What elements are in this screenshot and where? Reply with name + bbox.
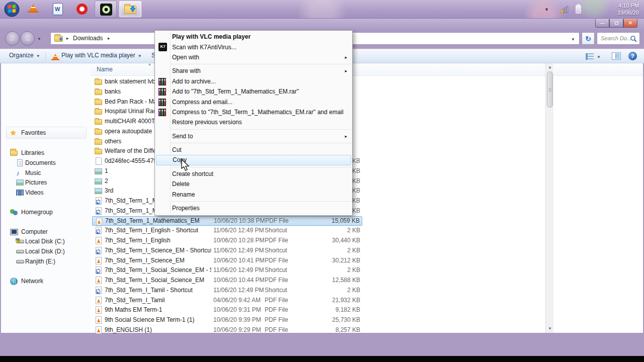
table-row[interactable]: 7th_Std_Term_I_Social_Science_EM - Sho..… [92, 265, 362, 276]
clock-time: 4:10 PM [617, 2, 639, 9]
search-placeholder: Search Do... [601, 35, 631, 41]
pdf-vlc-icon [95, 316, 103, 324]
menu-item-compress-email[interactable]: Compress and email... [155, 97, 352, 107]
sidebar-item-homegroup[interactable]: Homegroup [1, 207, 91, 217]
k7-icon [100, 4, 112, 16]
k7-taskbar-button[interactable] [95, 1, 117, 18]
shortcut-icon [95, 227, 103, 235]
battery-icon[interactable] [576, 5, 581, 14]
pictures-icon [16, 178, 24, 187]
start-button[interactable] [4, 2, 20, 17]
clock[interactable]: 4:10 PM 19/06/20 [617, 2, 639, 16]
vertical-scrollbar[interactable]: ▲ ▼ [545, 63, 553, 333]
menu-item-rename[interactable]: Rename [155, 189, 352, 199]
menu-item-share-with[interactable]: Share with▸ [155, 66, 352, 76]
restore-button[interactable] [609, 19, 623, 28]
menu-item-cut[interactable]: Cut [155, 145, 352, 155]
play-with-vlc-button[interactable]: Play with VLC media player▼ [61, 52, 142, 59]
navigation-pane: ★ Favorites Libraries Documents ♪ Music [1, 63, 91, 333]
breadcrumb-downloads[interactable]: Downloads [73, 35, 103, 42]
sidebar-item-favorites[interactable]: ★ Favorites [1, 128, 91, 138]
table-row[interactable]: 7th_Std_Term_I_English10/06/20 10:28 PMP… [92, 236, 362, 246]
sidebar-item-local-disk-d[interactable]: Local Disk (D:) [1, 246, 91, 256]
pdf-vlc-icon [95, 306, 103, 314]
tray-chevron-icon[interactable]: ▼ [544, 7, 549, 12]
caret-down-icon[interactable]: ▼ [597, 55, 601, 59]
opera-taskbar-icon[interactable] [76, 4, 88, 15]
restore-icon [615, 22, 618, 25]
sidebar-item-documents[interactable]: Documents [1, 158, 91, 168]
sidebar-item-libraries[interactable]: Libraries [1, 148, 91, 158]
menu-item-play-with-vlc[interactable]: Play with VLC media player [155, 32, 352, 42]
table-row[interactable]: 7th_Std_Term_I_English - Shortcut11/06/2… [92, 226, 362, 236]
breadcrumb-separator-icon[interactable]: ▸ [108, 36, 110, 41]
menu-item-properties[interactable]: Properties [155, 203, 352, 213]
winrar-icon [158, 88, 167, 96]
history-dropdown-icon[interactable]: ▼ [37, 37, 41, 41]
sidebar-item-videos[interactable]: Videos [1, 188, 91, 198]
column-header-name[interactable]: Name [97, 66, 113, 73]
caret-down-icon: ▼ [138, 54, 142, 58]
pdf-vlc-icon [95, 277, 103, 285]
table-row[interactable]: 9th_ENGLISH (1)10/06/20 9:29 PMPDF File8… [92, 325, 362, 335]
sidebar-item-computer[interactable]: Computer [1, 227, 91, 237]
context-menu: Play with VLC media player K7Scan with K… [154, 30, 353, 216]
menu-item-restore-previous[interactable]: Restore previous versions [155, 117, 352, 127]
folder-icon [95, 88, 103, 96]
table-row[interactable]: 7th_Std_Term_I_Tamil04/06/20 9:42 AMPDF … [92, 296, 362, 306]
scroll-up-icon[interactable]: ▲ [546, 63, 554, 71]
preview-pane-icon[interactable] [612, 52, 621, 60]
computer-icon [10, 228, 18, 236]
sidebar-item-pictures[interactable]: Pictures [1, 177, 91, 188]
help-icon[interactable]: ? [628, 52, 637, 60]
menu-separator [171, 167, 352, 167]
back-button[interactable]: ← [5, 31, 20, 46]
table-row-selected[interactable]: 7th_Std_Term_1_Mathematics_EM10/06/20 10… [92, 216, 362, 226]
table-row[interactable]: 9th Maths EM Term-110/06/20 9:31 PMPDF F… [92, 305, 362, 315]
vlc-cone-icon [52, 54, 59, 60]
scrollbar-thumb[interactable] [547, 71, 553, 108]
vlc-taskbar-icon[interactable] [29, 4, 38, 12]
close-button[interactable]: ✕ [623, 19, 637, 28]
menu-item-add-to-archive[interactable]: Add to archive... [155, 76, 352, 86]
folder-icon [95, 138, 103, 146]
table-row[interactable]: 7th_Std_Term_I_Science_EM10/06/20 10:41 … [92, 256, 362, 266]
folder-icon [95, 147, 103, 155]
shortcut-icon [95, 247, 103, 255]
sidebar-item-network[interactable]: Network [1, 276, 91, 286]
forward-button[interactable]: → [20, 31, 35, 46]
menu-item-add-to-rar[interactable]: Add to "7th_Std_Term_1_Mathematics_EM.ra… [155, 86, 352, 97]
libraries-icon [10, 149, 18, 157]
table-row[interactable]: 7th_Std_Term_I_Social_Science_EM10/06/20… [92, 276, 362, 286]
network-signal-icon[interactable] [560, 6, 570, 13]
menu-item-open-with[interactable]: Open with▸ [155, 52, 352, 62]
winrar-icon [158, 78, 167, 85]
refresh-button[interactable]: ↻ [582, 32, 595, 45]
download-arrow-icon [59, 39, 62, 42]
menu-separator [171, 64, 352, 64]
explorer-taskbar-button[interactable] [119, 1, 142, 18]
table-row[interactable]: 9th Social Science EM Term-1 (1)10/06/20… [92, 315, 362, 325]
menu-item-compress-to-rar-email[interactable]: Compress to "7th_Std_Term_1_Mathematics_… [155, 107, 352, 117]
sidebar-item-music[interactable]: ♪ Music [1, 168, 91, 178]
table-row[interactable]: 7th_Std_Term_I_Science_EM - Shortcut11/0… [92, 246, 362, 256]
music-note-icon: ♪ [16, 169, 24, 177]
organize-button[interactable]: Organize▼ [9, 52, 40, 59]
table-row[interactable]: 7th_Std_Term_I_Tamil - Shortcut11/06/20 … [92, 286, 362, 296]
change-view-icon[interactable] [586, 53, 594, 60]
minimize-button[interactable]: — [595, 19, 609, 28]
sidebar-item-local-disk-c[interactable]: Local Disk (C:) [1, 236, 91, 246]
menu-item-delete[interactable]: Delete [155, 179, 352, 189]
sidebar-item-ranjith-e[interactable]: Ranjith (E:) [1, 256, 91, 266]
folder-icon [95, 98, 103, 106]
window-controls: — ✕ [595, 19, 637, 28]
address-dropdown-icon[interactable]: ▼ [571, 37, 575, 42]
word-taskbar-icon[interactable] [53, 3, 63, 15]
scroll-down-icon[interactable]: ▼ [546, 325, 554, 333]
menu-item-send-to[interactable]: Send to▸ [155, 131, 352, 141]
search-input[interactable]: Search Do... [597, 32, 640, 45]
shortcut-icon [95, 266, 103, 275]
menu-item-scan-k7[interactable]: K7Scan with K7AntiVirus... [155, 42, 352, 52]
image-icon [95, 167, 103, 175]
drive-c-icon [16, 237, 24, 245]
